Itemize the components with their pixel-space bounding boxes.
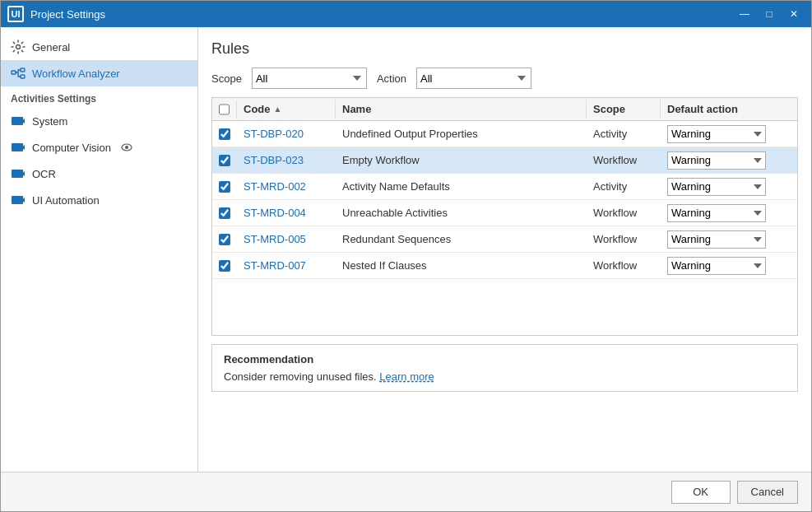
sidebar-item-computer-vision-label: Computer Vision (32, 142, 111, 154)
scope-select[interactable]: All Activity Workflow (252, 67, 367, 89)
filters-row: Scope All Activity Workflow Action All W… (211, 67, 798, 89)
row-scope: Activity (587, 177, 661, 196)
row-action-cell: WarningErrorInfoVerbose (661, 201, 784, 226)
row-checkbox[interactable] (219, 207, 230, 219)
table-row[interactable]: ST-DBP-023Empty WorkflowWorkflowWarningE… (212, 147, 797, 174)
learn-more-link[interactable]: Learn more (379, 370, 434, 383)
svg-rect-12 (12, 196, 23, 204)
row-action-cell: WarningErrorInfoVerbose (661, 148, 784, 173)
code-link[interactable]: ST-DBP-023 (244, 154, 304, 166)
row-name: Unreachable Activities (336, 203, 587, 222)
row-code: ST-MRD-005 (237, 230, 336, 249)
activities-settings-header: Activities Settings (1, 86, 197, 108)
ocr-arrow-icon (11, 166, 26, 181)
row-code: ST-MRD-007 (237, 256, 336, 275)
sidebar-item-workflow-analyzer-label: Workflow Analyzer (32, 67, 120, 80)
svg-rect-3 (21, 75, 25, 78)
sidebar-item-system-label: System (32, 115, 67, 128)
minimize-button[interactable]: ― (734, 6, 755, 22)
row-action-cell: WarningErrorInfoVerbose (661, 122, 784, 147)
cancel-button[interactable]: Cancel (737, 481, 798, 504)
row-scope: Workflow (587, 256, 661, 275)
row-action-select[interactable]: WarningErrorInfoVerbose (667, 178, 766, 196)
table-row[interactable]: ST-MRD-004Unreachable ActivitiesWorkflow… (212, 200, 797, 226)
svg-rect-2 (21, 68, 25, 72)
code-link[interactable]: ST-MRD-005 (244, 233, 306, 245)
row-name: Empty Workflow (336, 151, 587, 170)
svg-point-9 (125, 146, 128, 149)
table-row[interactable]: ST-MRD-005Redundant SequencesWorkflowWar… (212, 226, 797, 253)
th-code: Code ▲ (237, 100, 336, 119)
row-action-cell: WarningErrorInfoVerbose (661, 175, 784, 199)
code-link[interactable]: ST-DBP-020 (244, 128, 304, 140)
content-area: General Workflow Analyzer Activities Set… (1, 27, 811, 472)
eye-icon (121, 142, 132, 154)
row-checkbox[interactable] (219, 234, 230, 245)
code-link[interactable]: ST-MRD-002 (244, 180, 306, 193)
row-checkbox-cell (212, 151, 237, 170)
row-action-cell: WarningErrorInfoVerbose (661, 254, 784, 278)
window-title: Project Settings (30, 8, 734, 21)
ok-button[interactable]: OK (671, 481, 731, 504)
row-checkbox-cell (212, 204, 237, 222)
svg-rect-6 (12, 143, 23, 151)
row-action-select[interactable]: WarningErrorInfoVerbose (667, 230, 766, 249)
close-button[interactable]: ✕ (783, 6, 805, 22)
sidebar-item-general-label: General (32, 41, 70, 54)
sidebar-item-computer-vision[interactable]: Computer Vision (1, 134, 197, 161)
title-bar: UI Project Settings ― □ ✕ (1, 1, 811, 27)
th-scope: Scope (587, 100, 661, 119)
row-checkbox[interactable] (219, 181, 230, 193)
row-action-select[interactable]: WarningErrorInfoVerbose (667, 151, 766, 170)
table-row[interactable]: ST-MRD-007Nested If ClausesWorkflowWarni… (212, 253, 797, 279)
row-action-select[interactable]: WarningErrorInfoVerbose (667, 125, 766, 143)
table-header: Code ▲ Name Scope Default action (212, 98, 797, 121)
svg-point-0 (16, 45, 21, 49)
select-all-checkbox[interactable] (219, 104, 230, 115)
row-action-cell: WarningErrorInfoVerbose (661, 227, 784, 252)
app-icon: UI (7, 6, 24, 22)
sidebar-item-system[interactable]: System (1, 108, 197, 134)
th-default-action: Default action (661, 100, 797, 119)
svg-rect-10 (12, 170, 23, 178)
panel-title: Rules (211, 40, 798, 58)
project-settings-window: UI Project Settings ― □ ✕ General (0, 0, 812, 512)
system-arrow-icon (11, 114, 26, 128)
row-scope: Activity (587, 124, 661, 143)
row-checkbox[interactable] (219, 155, 230, 166)
sidebar-item-workflow-analyzer[interactable]: Workflow Analyzer (1, 60, 197, 86)
row-code: ST-MRD-004 (237, 203, 336, 222)
main-panel: Rules Scope All Activity Workflow Action… (198, 27, 811, 472)
recommendation-panel: Recommendation Consider removing unused … (211, 344, 798, 392)
bottom-bar: OK Cancel (1, 472, 811, 511)
row-scope: Workflow (587, 151, 661, 170)
sidebar-item-ui-automation[interactable]: UI Automation (1, 187, 197, 213)
row-action-select[interactable]: WarningErrorInfoVerbose (667, 257, 766, 275)
row-code: ST-DBP-020 (237, 124, 336, 143)
scope-label: Scope (211, 72, 242, 85)
recommendation-title: Recommendation (224, 353, 786, 365)
sidebar: General Workflow Analyzer Activities Set… (1, 27, 198, 472)
table-row[interactable]: ST-DBP-020Undefined Output PropertiesAct… (212, 121, 797, 147)
svg-rect-4 (12, 117, 23, 125)
code-link[interactable]: ST-MRD-004 (244, 207, 306, 219)
row-checkbox-cell (212, 257, 237, 275)
row-code: ST-DBP-023 (237, 151, 336, 170)
window-controls: ― □ ✕ (734, 6, 805, 22)
row-code: ST-MRD-002 (237, 177, 336, 196)
action-select[interactable]: All Warning Error Info (416, 67, 531, 89)
row-checkbox-cell (212, 178, 237, 196)
computer-vision-arrow-icon (11, 140, 26, 155)
code-link[interactable]: ST-MRD-007 (244, 259, 306, 272)
row-action-select[interactable]: WarningErrorInfoVerbose (667, 204, 766, 222)
recommendation-text: Consider removing unused files. Learn mo… (224, 370, 786, 383)
row-checkbox[interactable] (219, 260, 230, 272)
row-checkbox[interactable] (219, 128, 230, 140)
gear-icon (11, 40, 26, 54)
row-name: Nested If Clauses (336, 256, 587, 275)
maximize-button[interactable]: □ (759, 6, 780, 22)
sidebar-item-general[interactable]: General (1, 34, 197, 60)
sidebar-item-ocr-label: OCR (32, 168, 56, 180)
sidebar-item-ocr[interactable]: OCR (1, 161, 197, 187)
table-row[interactable]: ST-MRD-002Activity Name DefaultsActivity… (212, 174, 797, 200)
